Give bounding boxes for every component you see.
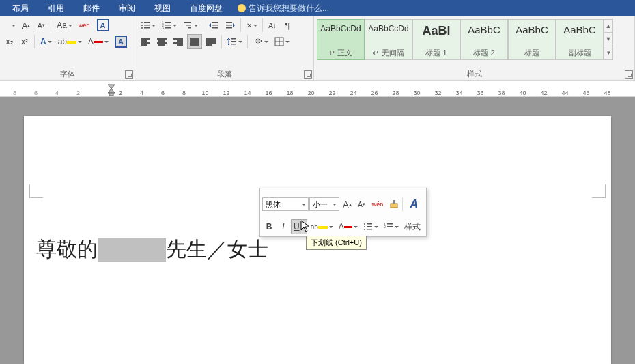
tab-mailings[interactable]: 邮件 (74, 0, 109, 17)
mini-styles-label[interactable]: 样式 (401, 219, 423, 234)
mini-numbering-button[interactable]: 12 (381, 219, 401, 234)
character-border-button[interactable]: A (94, 18, 112, 33)
style-normal[interactable]: AaBbCcDd ↵ 正文 (317, 19, 365, 60)
grow-font-button[interactable]: A▴ (19, 18, 33, 33)
shrink-font-button[interactable]: A▾ (34, 18, 48, 33)
styles-up-icon[interactable]: ▲ (604, 20, 612, 33)
font-dialog-launcher[interactable] (125, 70, 133, 79)
styles-gallery-scroll[interactable]: ▲ ▼ ▾ (604, 19, 613, 60)
styles-dialog-launcher[interactable] (625, 70, 633, 79)
style-title[interactable]: AaBbC 标题 (508, 19, 556, 60)
mouse-cursor-icon (300, 220, 311, 234)
mini-styles-button[interactable]: A (404, 191, 424, 218)
svg-rect-15 (212, 22, 218, 23)
horizontal-ruler[interactable]: /* numbers injected below */ 8642 246810… (0, 81, 635, 97)
ruler-tick: 44 (554, 89, 576, 96)
distribute-button[interactable] (203, 34, 218, 49)
ruler-tick: 48 (597, 89, 618, 96)
ruler-tick: 6 (25, 89, 46, 96)
align-left-button[interactable] (138, 34, 153, 49)
asian-layout-button[interactable]: ✕ (244, 18, 259, 33)
change-case-button[interactable]: Aa (54, 18, 74, 33)
style-no-spacing[interactable]: AaBbCcDd ↵ 无间隔 (365, 19, 412, 60)
mini-font-color-button[interactable]: A (336, 219, 360, 234)
svg-text:3: 3 (162, 26, 164, 30)
mini-toolbar: 黑体 小一 A▴ A▾ wén A B I U ab A 12 样式 (259, 188, 427, 237)
font-group-label: 字体 (3, 68, 132, 80)
margin-corner (29, 184, 43, 198)
paragraph-dialog-launcher[interactable] (304, 70, 312, 79)
align-center-button[interactable] (154, 34, 169, 49)
ruler-tick: 8 (4, 89, 25, 96)
sort-button[interactable]: A↓ (266, 18, 279, 33)
ruler-tick: 40 (512, 89, 533, 96)
styles-down-icon[interactable]: ▼ (604, 33, 612, 46)
ruler-tick: 42 (533, 89, 554, 96)
mini-grow-font[interactable]: A▴ (340, 197, 354, 212)
underline-tooltip: 下划线 (Ctrl+U) (306, 236, 367, 250)
document-body-text[interactable]: 尊敬的 先生／女士 (36, 236, 268, 264)
svg-rect-5 (144, 27, 150, 29)
align-right-button[interactable] (171, 34, 186, 49)
style-preview: AaBbC (516, 24, 548, 36)
text-selection (98, 238, 166, 262)
mini-bold-button[interactable]: B (262, 219, 276, 234)
style-preview: AaBbC (468, 24, 500, 36)
numbering-button[interactable]: 123 (159, 18, 179, 33)
tab-baidu-netdisk[interactable]: 百度网盘 (180, 0, 232, 17)
mini-format-painter[interactable] (386, 197, 401, 212)
increase-indent-button[interactable] (223, 18, 238, 33)
line-spacing-button[interactable] (225, 34, 244, 49)
font-size-dropdown[interactable] (3, 18, 18, 33)
margin-corner (592, 184, 606, 198)
paragraph-group-label: 段落 (138, 68, 311, 80)
style-preview: AaBbCcDd (320, 24, 361, 33)
mini-font-family[interactable]: 黑体 (262, 197, 309, 211)
style-heading-1[interactable]: AaBl 标题 1 (412, 19, 460, 60)
indent-marker[interactable] (108, 81, 115, 97)
tab-view[interactable]: 视图 (145, 0, 180, 17)
svg-point-0 (141, 22, 143, 23)
phonetic-guide-button[interactable]: wén (76, 18, 93, 33)
style-name: 副标题 (556, 46, 603, 59)
svg-rect-33 (367, 226, 372, 227)
font-color-button[interactable]: A (85, 34, 111, 49)
mini-shrink-font[interactable]: A▾ (355, 197, 369, 212)
svg-rect-13 (186, 25, 191, 26)
character-shading-button[interactable]: A (112, 34, 130, 49)
svg-rect-23 (231, 44, 236, 45)
borders-button[interactable] (272, 34, 292, 49)
shading-button[interactable] (251, 34, 270, 49)
ruler-tick: 10 (195, 89, 216, 96)
svg-rect-7 (165, 22, 171, 23)
ruler-tick: 18 (279, 89, 300, 96)
mini-highlight-button[interactable]: ab (308, 219, 335, 234)
mini-phonetic-guide[interactable]: wén (369, 197, 386, 212)
superscript-button[interactable]: x² (18, 34, 31, 49)
subscript-button[interactable]: x₂ (3, 34, 16, 49)
tab-layout[interactable]: 布局 (3, 0, 38, 17)
text-effects-button[interactable]: A (38, 34, 54, 49)
mini-font-size[interactable]: 小一 (309, 197, 339, 211)
style-heading-2[interactable]: AaBbC 标题 2 (460, 19, 508, 60)
mini-bullets-button[interactable] (361, 219, 380, 234)
bullets-button[interactable] (138, 18, 158, 33)
style-subtitle[interactable]: AaBbC 副标题 (556, 19, 604, 60)
tab-references[interactable]: 引用 (38, 0, 74, 17)
ruler-tick: 36 (470, 89, 491, 96)
svg-text:2: 2 (384, 225, 386, 229)
svg-rect-28 (391, 204, 397, 208)
highlight-color-button[interactable]: ab (55, 34, 84, 49)
svg-rect-16 (212, 25, 218, 26)
tab-review[interactable]: 审阅 (109, 0, 145, 17)
svg-rect-21 (231, 38, 236, 40)
mini-italic-button[interactable]: I (277, 219, 290, 234)
svg-rect-3 (144, 25, 150, 26)
ruler-tick: 4 (131, 89, 152, 96)
tell-me-search[interactable]: 告诉我您想要做什么... (232, 3, 329, 14)
styles-more-icon[interactable]: ▾ (604, 46, 612, 59)
show-hide-marks-button[interactable]: ¶ (281, 18, 294, 33)
decrease-indent-button[interactable] (206, 18, 221, 33)
align-justify-button[interactable] (187, 34, 202, 49)
multilevel-list-button[interactable] (180, 18, 200, 33)
